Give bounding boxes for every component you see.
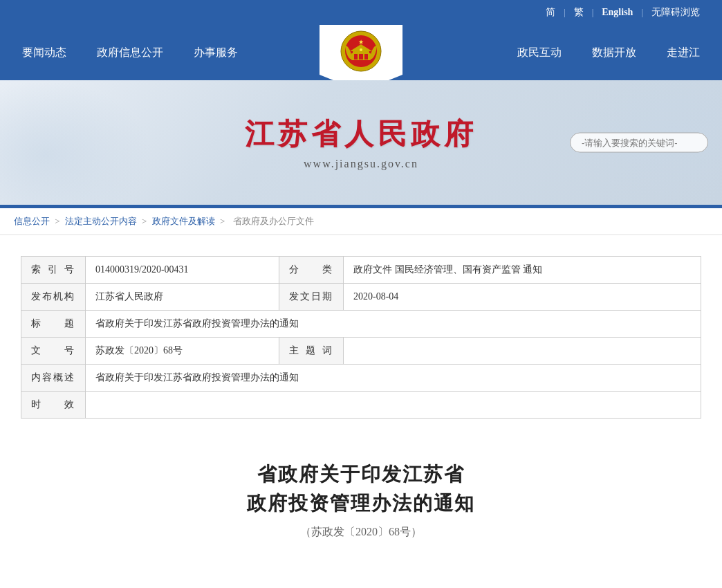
nav-news[interactable]: 要闻动态 [7, 25, 82, 80]
breadcrumb-sep-3: > [220, 216, 228, 226]
breadcrumb-link-2[interactable]: 法定主动公开内容 [65, 216, 137, 226]
svg-rect-5 [354, 54, 358, 59]
nav-left: 要闻动态 政府信息公开 办事服务 [0, 25, 502, 80]
banner-url: www.jiangsu.gov.cn [304, 158, 418, 170]
value-keyword [344, 338, 701, 365]
breadcrumb-sep-2: > [142, 216, 149, 226]
breadcrumb: 信息公开 > 法定主动公开内容 > 政府文件及解读 > 省政府及办公厅文件 [0, 208, 722, 235]
banner-title: 江苏省人民政府 [245, 115, 477, 154]
nav-info[interactable]: 政府信息公开 [82, 25, 178, 80]
lang-english[interactable]: English [593, 0, 641, 25]
banner: 江苏省人民政府 www.jiangsu.gov.cn [0, 80, 722, 205]
doc-title-line2: 政府投资管理办法的通知 [48, 489, 674, 518]
nav-about[interactable]: 走进江 [651, 25, 715, 80]
value-docnum: 苏政发〔2020〕68号 [86, 338, 279, 365]
lang-jian[interactable]: 简 [537, 0, 564, 25]
nav-citizen[interactable]: 政民互动 [502, 25, 577, 80]
nav-service[interactable]: 办事服务 [178, 25, 253, 80]
doc-title-line1: 省政府关于印发江苏省 [48, 460, 674, 489]
header: 要闻动态 政府信息公开 办事服务 政民互动 [0, 25, 722, 80]
value-validity [86, 392, 701, 419]
table-row: 标 题 省政府关于印发江苏省政府投资管理办法的通知 [21, 311, 701, 338]
value-publisher: 江苏省人民政府 [86, 284, 279, 311]
breadcrumb-current: 省政府及办公厅文件 [233, 216, 314, 226]
national-emblem [340, 30, 382, 72]
banner-deco-left [0, 80, 152, 205]
value-title: 省政府关于印发江苏省政府投资管理办法的通知 [86, 311, 701, 338]
svg-rect-6 [359, 54, 363, 59]
label-category: 分 类 [279, 257, 344, 284]
nav-right: 政民互动 数据开放 走进江 [502, 25, 722, 80]
document-title-section: 省政府关于印发江苏省 政府投资管理办法的通知 （苏政发〔2020〕68号） [21, 446, 701, 546]
value-summary: 省政府关于印发江苏省政府投资管理办法的通知 [86, 365, 701, 392]
label-index: 索 引 号 [21, 257, 86, 284]
table-row: 发布机构 江苏省人民政府 发文日期 2020-08-04 [21, 284, 701, 311]
accessibility[interactable]: 无障碍浏览 [643, 0, 708, 25]
label-summary: 内容概述 [21, 365, 86, 392]
value-category: 政府文件 国民经济管理、国有资产监管 通知 [344, 257, 701, 284]
svg-point-12 [360, 48, 362, 51]
label-keyword: 主 题 词 [279, 338, 344, 365]
breadcrumb-link-1[interactable]: 信息公开 [14, 216, 50, 226]
table-row: 索 引 号 014000319/2020-00431 分 类 政府文件 国民经济… [21, 257, 701, 284]
doc-main-title: 省政府关于印发江苏省 政府投资管理办法的通知 [48, 460, 674, 518]
label-validity: 时 效 [21, 392, 86, 419]
content-area: 索 引 号 014000319/2020-00431 分 类 政府文件 国民经济… [0, 235, 722, 567]
table-row: 时 效 [21, 392, 701, 419]
label-date: 发文日期 [279, 284, 344, 311]
breadcrumb-link-3[interactable]: 政府文件及解读 [152, 216, 215, 226]
svg-rect-7 [364, 54, 368, 59]
search-input[interactable] [570, 133, 708, 153]
breadcrumb-sep-1: > [55, 216, 62, 226]
info-table: 索 引 号 014000319/2020-00431 分 类 政府文件 国民经济… [21, 256, 701, 419]
doc-number: （苏政发〔2020〕68号） [48, 525, 674, 540]
label-title: 标 题 [21, 311, 86, 338]
value-date: 2020-08-04 [344, 284, 701, 311]
table-row: 文 号 苏政发〔2020〕68号 主 题 词 [21, 338, 701, 365]
table-row: 内容概述 省政府关于印发江苏省政府投资管理办法的通知 [21, 365, 701, 392]
label-publisher: 发布机构 [21, 284, 86, 311]
value-index: 014000319/2020-00431 [86, 257, 279, 284]
nav-data[interactable]: 数据开放 [577, 25, 651, 80]
top-bar: 简 | 繁 | English | 无障碍浏览 [0, 0, 722, 25]
label-docnum: 文 号 [21, 338, 86, 365]
lang-fan[interactable]: 繁 [566, 0, 592, 25]
